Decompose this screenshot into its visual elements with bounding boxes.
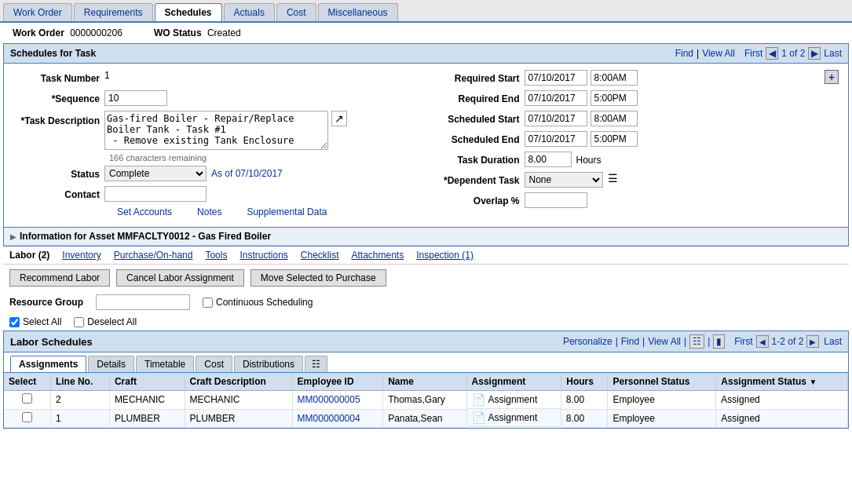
- select-all-checkbox[interactable]: [9, 317, 20, 327]
- resource-group-label: Resource Group: [9, 297, 83, 308]
- add-task-btn[interactable]: +: [825, 70, 839, 84]
- asset-section: ▶ Information for Asset MMFACLTY0012 - G…: [3, 228, 849, 247]
- grid-icon[interactable]: ☷: [689, 334, 704, 349]
- tab-cost[interactable]: Cost: [276, 3, 316, 21]
- col-line-no: Line No.: [50, 373, 109, 391]
- row1-personnel-status: Employee: [608, 391, 716, 410]
- row1-select[interactable]: [22, 393, 32, 404]
- row1-employee-link[interactable]: MM000000005: [298, 394, 360, 405]
- task-number-value: 1: [104, 70, 110, 81]
- contact-label: Contact: [10, 186, 104, 203]
- col-assignment: Assignment: [466, 373, 561, 391]
- chars-remaining: 166 characters remaining: [109, 153, 415, 163]
- view-all-link[interactable]: View All: [702, 48, 735, 59]
- continuous-scheduling-checkbox[interactable]: [203, 298, 213, 308]
- sub-tab-tools[interactable]: Tools: [205, 250, 227, 261]
- resource-group-input[interactable]: [96, 294, 190, 310]
- row2-select[interactable]: [22, 412, 32, 422]
- deselect-all-checkbox[interactable]: [74, 317, 84, 327]
- notes-link[interactable]: Notes: [197, 206, 221, 217]
- overlap-input[interactable]: [525, 192, 587, 208]
- chart-icon[interactable]: ▮: [713, 334, 725, 349]
- options-row: Resource Group Continuous Scheduling: [3, 291, 849, 313]
- sort-arrow-icon: ▼: [809, 378, 817, 386]
- sub-tab-purchase[interactable]: Purchase/On-hand: [114, 250, 193, 261]
- task-form: + Task Number 1 *Sequence *Task Descript…: [3, 64, 849, 228]
- col-name: Name: [383, 373, 466, 391]
- assignment-icon-2: 📄: [472, 411, 485, 424]
- row1-craft: MECHANIC: [109, 391, 185, 410]
- prev-page-btn[interactable]: ◀: [766, 47, 778, 60]
- contact-input[interactable]: [104, 186, 207, 202]
- wo-header: Work Order 0000000206 WO Status Created: [0, 23, 852, 43]
- row2-name: Panata,Sean: [383, 409, 466, 427]
- inner-tab-cost[interactable]: Cost: [196, 356, 232, 372]
- labor-find-link[interactable]: Find: [621, 336, 639, 347]
- tab-work-order[interactable]: Work Order: [3, 3, 72, 21]
- cancel-labor-btn[interactable]: Cancel Labor Assignment: [116, 269, 244, 287]
- sub-tab-inventory[interactable]: Inventory: [62, 250, 101, 261]
- sub-tab-instructions[interactable]: Instructions: [240, 250, 287, 261]
- asset-header: ▶ Information for Asset MMFACLTY0012 - G…: [4, 228, 848, 246]
- row2-hours: 8.00: [561, 409, 608, 427]
- tab-schedules[interactable]: Schedules: [155, 3, 222, 21]
- set-accounts-link[interactable]: Set Accounts: [117, 206, 172, 217]
- duration-input[interactable]: [525, 152, 572, 167]
- sched-end-date[interactable]: [525, 131, 587, 147]
- sequence-input[interactable]: [104, 90, 167, 106]
- row2-assignment-status: Assigned: [716, 409, 848, 427]
- sub-tab-labor[interactable]: Labor (2): [9, 250, 49, 261]
- supplemental-link[interactable]: Supplemental Data: [247, 206, 327, 217]
- req-end-date[interactable]: [525, 90, 587, 106]
- table-row: 2 MECHANIC MECHANIC MM000000005 Thomas,G…: [4, 391, 848, 410]
- duration-label: Task Duration: [438, 152, 525, 169]
- tab-actuals[interactable]: Actuals: [224, 3, 275, 21]
- col-employee-id: Employee ID: [292, 373, 383, 391]
- labor-prev-btn[interactable]: ◀: [756, 335, 769, 348]
- row2-personnel-status: Employee: [608, 409, 716, 427]
- sched-end-time[interactable]: [591, 131, 638, 147]
- task-desc-input[interactable]: Gas-fired Boiler - Repair/Replace Boiler…: [104, 111, 328, 150]
- sched-start-date[interactable]: [525, 111, 587, 126]
- find-link[interactable]: Find: [675, 48, 693, 59]
- next-page-btn[interactable]: ▶: [808, 47, 821, 60]
- move-to-purchase-btn[interactable]: Move Selected to Purchase: [250, 269, 386, 287]
- tab-requirements[interactable]: Requirements: [74, 3, 153, 21]
- sched-start-time[interactable]: [591, 111, 638, 126]
- labor-last-link[interactable]: Last: [824, 336, 842, 347]
- status-select[interactable]: Complete: [104, 166, 207, 181]
- sub-tab-checklist[interactable]: Checklist: [301, 250, 339, 261]
- dep-task-select[interactable]: None: [525, 172, 603, 188]
- col-hours: Hours: [561, 373, 608, 391]
- sub-tab-attachments[interactable]: Attachments: [352, 250, 404, 261]
- row1-craft-desc: MECHANIC: [185, 391, 292, 410]
- deselect-all-label: Deselect All: [87, 316, 137, 327]
- row2-employee-link[interactable]: MM000000004: [298, 413, 360, 424]
- recommend-labor-btn[interactable]: Recommend Labor: [9, 269, 110, 287]
- labor-personalize-link[interactable]: Personalize: [563, 336, 612, 347]
- inner-tab-timetable[interactable]: Timetable: [136, 356, 194, 372]
- inner-tab-distributions[interactable]: Distributions: [234, 356, 303, 372]
- labor-next-btn[interactable]: ▶: [806, 335, 819, 348]
- row2-craft-desc: PLUMBER: [185, 409, 292, 427]
- wo-value: 0000000206: [70, 27, 122, 38]
- expand-icon[interactable]: ↗: [331, 111, 347, 126]
- labor-title: Labor Schedules: [10, 336, 93, 348]
- labor-view-all-link[interactable]: View All: [648, 336, 681, 347]
- inner-tab-details[interactable]: Details: [88, 356, 134, 372]
- last-link[interactable]: Last: [824, 48, 842, 59]
- inner-tab-assignments[interactable]: Assignments: [10, 356, 86, 372]
- row2-line-no: 1: [50, 409, 109, 427]
- grid-view-icon[interactable]: ☷: [305, 356, 327, 372]
- page-info: 1 of 2: [781, 48, 805, 59]
- req-start-date[interactable]: [525, 70, 587, 86]
- tab-miscellaneous[interactable]: Miscellaneous: [318, 3, 398, 21]
- req-end-time[interactable]: [591, 90, 638, 106]
- first-label: First: [744, 48, 762, 59]
- expand-triangle-icon[interactable]: ▶: [10, 232, 16, 241]
- req-start-time[interactable]: [591, 70, 638, 86]
- sub-tab-inspection[interactable]: Inspection (1): [416, 250, 474, 261]
- select-all-label: Select All: [23, 316, 61, 327]
- labor-table-wrapper: Select Line No. Craft Craft Description …: [3, 372, 849, 429]
- schedules-title: Schedules for Task: [10, 48, 96, 59]
